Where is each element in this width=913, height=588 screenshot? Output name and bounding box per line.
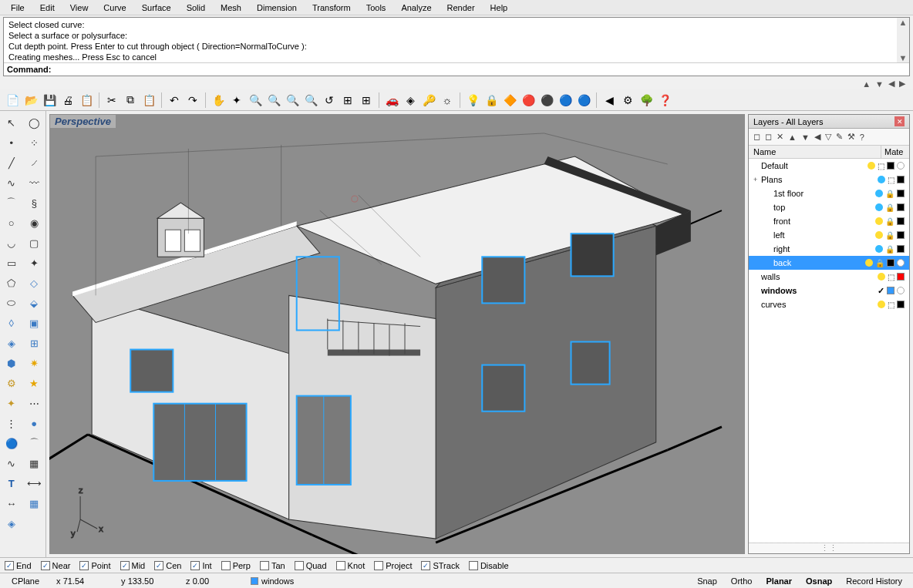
checkbox[interactable]	[374, 561, 383, 570]
move-down-icon[interactable]: ▼	[801, 133, 810, 142]
arc2-icon[interactable]: ⌒	[25, 435, 43, 452]
lock-icon[interactable]: ⬚	[888, 273, 894, 281]
star-icon[interactable]: ✦	[25, 254, 43, 271]
set-view-icon[interactable]: ⊞	[340, 92, 355, 108]
osnap-quad[interactable]: Quad	[295, 561, 327, 570]
render-icon[interactable]: 🔵	[558, 92, 573, 108]
lock-icon[interactable]: 🔒	[875, 259, 884, 267]
osnap-tan[interactable]: Tan	[260, 561, 285, 570]
hatch-icon[interactable]: ▦	[25, 455, 43, 472]
bulb-icon[interactable]	[878, 301, 885, 308]
color-swatch[interactable]	[897, 203, 905, 211]
osnap-strack[interactable]: ✓STrack	[421, 561, 459, 570]
check-icon[interactable]: ✓	[877, 286, 884, 296]
box-icon[interactable]: ◈	[2, 334, 21, 351]
color-swatch[interactable]	[887, 162, 894, 170]
menu-file[interactable]: File	[3, 2, 32, 14]
move-up-icon[interactable]: ▲	[788, 133, 797, 142]
layer-row[interactable]: Default⬚	[749, 159, 909, 173]
lock-icon[interactable]: 🔒	[885, 203, 894, 212]
rotate-view-icon[interactable]: ✦	[229, 92, 244, 108]
command-input[interactable]	[54, 63, 909, 76]
osnap-disable[interactable]: Disable	[469, 561, 509, 570]
toggle-osnap[interactable]: Osnap	[800, 576, 838, 586]
bulb-icon[interactable]	[865, 259, 873, 267]
tree-icon[interactable]: 🌳	[638, 92, 654, 108]
checkbox[interactable]: ✓	[5, 561, 14, 570]
rect-icon[interactable]: ▭	[2, 254, 21, 271]
close-icon[interactable]: ✕	[894, 116, 905, 126]
lock-icon[interactable]: ⬚	[888, 301, 894, 309]
sphere2-icon[interactable]: ●	[25, 415, 43, 432]
named-cplane-icon[interactable]: 🔑	[421, 92, 436, 108]
menu-curve[interactable]: Curve	[96, 2, 133, 14]
cube-icon[interactable]: ◈	[2, 515, 21, 532]
new-icon[interactable]: 📄	[5, 92, 20, 108]
history-scrollbar[interactable]: ▲▼	[897, 18, 909, 62]
bulb-icon[interactable]	[868, 162, 875, 170]
layer-row[interactable]: right🔒	[749, 242, 909, 256]
copy-icon[interactable]: ⧉	[123, 92, 138, 108]
toggle-snap[interactable]: Snap	[691, 576, 723, 586]
redo-icon[interactable]: ↷	[185, 92, 200, 108]
checkbox[interactable]	[221, 561, 231, 570]
color-swatch[interactable]	[897, 217, 905, 225]
bulb-icon[interactable]	[875, 231, 883, 239]
checkbox[interactable]: ✓	[154, 561, 163, 570]
save-icon[interactable]: 💾	[42, 92, 57, 108]
new-layer-icon[interactable]: ◻	[753, 132, 760, 142]
layer-row[interactable]: curves⬚	[749, 297, 909, 311]
points-on-icon[interactable]: ⋮	[2, 415, 21, 432]
layer-row[interactable]: +Plans⬚	[749, 173, 909, 186]
menu-solid[interactable]: Solid	[179, 2, 213, 14]
lock-icon[interactable]: 🔒	[885, 245, 894, 254]
srf-icon[interactable]: ◇	[25, 274, 43, 291]
layer-row[interactable]: 1st floor🔒	[749, 186, 909, 200]
delete-layer-icon[interactable]: ✕	[777, 132, 783, 142]
curve2-icon[interactable]: ∿	[2, 455, 21, 472]
set-cplane-icon[interactable]: ☼	[440, 92, 455, 108]
text-icon[interactable]: T	[2, 475, 21, 492]
loft-icon[interactable]: ⬙	[25, 294, 43, 311]
checkbox[interactable]	[295, 561, 304, 570]
gear-edit-icon[interactable]: ⚙	[2, 375, 21, 391]
nav-left-icon[interactable]: ◀	[888, 79, 894, 89]
material-icon[interactable]	[897, 287, 905, 294]
layer-row[interactable]: windows✓	[749, 284, 909, 297]
layers-icon[interactable]: 🔶	[502, 92, 517, 108]
undo-icon[interactable]: ↶	[167, 92, 182, 108]
copy-clip-icon[interactable]: 📋	[79, 92, 94, 108]
zoom-selected-icon[interactable]: 🔍	[303, 92, 318, 108]
points-icon[interactable]: ⁘	[25, 134, 43, 151]
interp-icon[interactable]: 〰	[25, 174, 43, 191]
lock-icon[interactable]: ⬚	[878, 162, 884, 170]
light-icon[interactable]: 💡	[465, 92, 480, 108]
open-icon[interactable]: 📂	[23, 92, 39, 108]
undo-view-icon[interactable]: ↺	[322, 92, 337, 108]
lock-icon[interactable]: ⬚	[888, 176, 894, 184]
layers-help-icon[interactable]: ?	[860, 133, 864, 142]
cut-icon[interactable]: ✂	[104, 92, 120, 108]
lock-icon[interactable]: 🔒	[885, 190, 894, 198]
pan-icon[interactable]: ✋	[211, 92, 226, 108]
resize-grip[interactable]: ⋮⋮	[749, 543, 909, 553]
shade-icon[interactable]: ⚫	[539, 92, 554, 108]
osnap-point[interactable]: ✓Point	[79, 561, 110, 570]
osnap-int[interactable]: ✓Int	[190, 561, 211, 570]
color-swatch[interactable]	[897, 273, 905, 281]
polyline-icon[interactable]: ∿	[2, 174, 21, 191]
checkbox[interactable]	[260, 561, 269, 570]
viewport-title[interactable]: Perspective	[50, 115, 116, 128]
zoom-icon[interactable]: 🔍	[248, 92, 263, 108]
dim-icon[interactable]: ↔	[2, 495, 21, 512]
color-swatch[interactable]	[887, 287, 894, 294]
color-swatch[interactable]	[887, 259, 894, 267]
layer-row[interactable]: top🔒	[749, 200, 909, 214]
color-swatch[interactable]	[897, 231, 905, 239]
curve-icon[interactable]: ⌒	[2, 194, 21, 211]
lock-icon[interactable]: 🔒	[885, 217, 894, 226]
surface-icon[interactable]: ◊	[2, 314, 21, 331]
layer-row[interactable]: back🔒	[749, 256, 909, 270]
menu-help[interactable]: Help	[483, 2, 516, 14]
new-sublayer-icon[interactable]: ◻	[765, 132, 772, 142]
